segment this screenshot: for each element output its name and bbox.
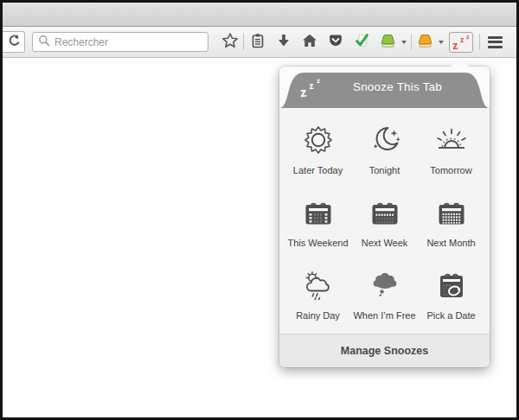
reload-icon [7,34,21,50]
snooze-option-pick-a-date[interactable]: Pick a Date [418,258,484,330]
search-input[interactable] [54,36,193,48]
snooze-option-this-weekend[interactable]: This Weekend [285,186,351,258]
calendar-week-icon [368,195,402,230]
snooze-option-label: Later Today [293,165,343,175]
snooze-option-label: Pick a Date [426,310,475,321]
browser-window: z z z z z z Snooze This Tab [0,0,519,420]
calendar-month-icon [434,195,469,230]
check-icon [353,32,370,52]
navigation-toolbar: z z z [3,27,516,58]
sunrise-icon [434,123,469,157]
snooze-option-next-month[interactable]: Next Month [418,186,484,258]
bookmark-star-button[interactable] [219,32,240,53]
snooze-option-tomorrow[interactable]: Tomorrow [418,113,484,186]
snooze-option-next-week[interactable]: Next Week [351,186,418,258]
reload-button[interactable] [3,31,25,53]
zzz-letter: z [466,33,470,39]
download-button[interactable] [272,32,294,53]
home-button[interactable] [298,32,320,53]
snooze-options-grid: Later Today Tonight [279,108,490,334]
green-drawer-button[interactable] [377,32,399,53]
star-icon [221,32,239,52]
snooze-option-tonight[interactable]: Tonight [351,113,418,186]
zzz-letter: z [299,86,307,99]
pocket-button[interactable] [324,32,346,53]
toolbar-separator [411,34,412,50]
snooze-option-when-im-free[interactable]: When I’m Free [351,258,418,330]
snooze-popup-panel: z z z Snooze This Tab Later Today [279,67,490,367]
moon-stars-icon [368,123,402,157]
snooze-option-label: Rainy Day [296,310,340,321]
snooze-option-label: This Weekend [287,238,348,248]
snooze-extension-button[interactable]: z z z [449,32,473,53]
pocket-icon [327,32,344,52]
toolbar-separator [243,34,244,50]
chevron-down-icon [439,41,444,44]
clipboard-button[interactable] [247,32,268,53]
home-icon [301,32,318,52]
orange-drawer-dropdown[interactable] [436,32,445,53]
zzz-letter: z [460,35,465,43]
menu-button[interactable] [484,32,506,53]
hamburger-menu-icon [488,36,503,48]
orange-drawer-icon [416,32,434,52]
green-drawer-icon [379,32,397,52]
snooze-option-later-today[interactable]: Later Today [285,113,351,186]
popup-title: Snooze This Tab [314,80,481,93]
clipboard-icon [249,32,266,52]
download-icon [275,32,292,52]
manage-snoozes-label: Manage Snoozes [341,345,428,357]
sun-icon [301,123,336,157]
green-drawer-dropdown[interactable] [399,32,408,53]
snooze-option-label: Next Month [426,238,475,248]
calendar-clock-icon [434,268,469,302]
popup-header: z z z Snooze This Tab [279,67,490,108]
snooze-option-label: Tonight [369,165,400,175]
calendar-weekend-icon [301,195,336,230]
search-icon [38,35,50,50]
rain-cloud-sun-icon [301,268,336,302]
check-extension-button[interactable] [350,32,372,53]
snooze-option-rainy-day[interactable]: Rainy Day [285,258,351,330]
search-bar [32,32,208,52]
toolbar-separator [479,34,480,50]
thought-bubble-icon [368,268,402,302]
snooze-option-label: Next Week [362,238,408,248]
chevron-down-icon [401,41,407,44]
manage-snoozes-button[interactable]: Manage Snoozes [279,334,490,367]
orange-drawer-button[interactable] [414,32,436,53]
zzz-letter: z [452,39,458,51]
tab-strip [3,3,516,27]
snooze-option-label: When I’m Free [353,310,415,321]
snooze-option-label: Tomorrow [430,165,471,175]
